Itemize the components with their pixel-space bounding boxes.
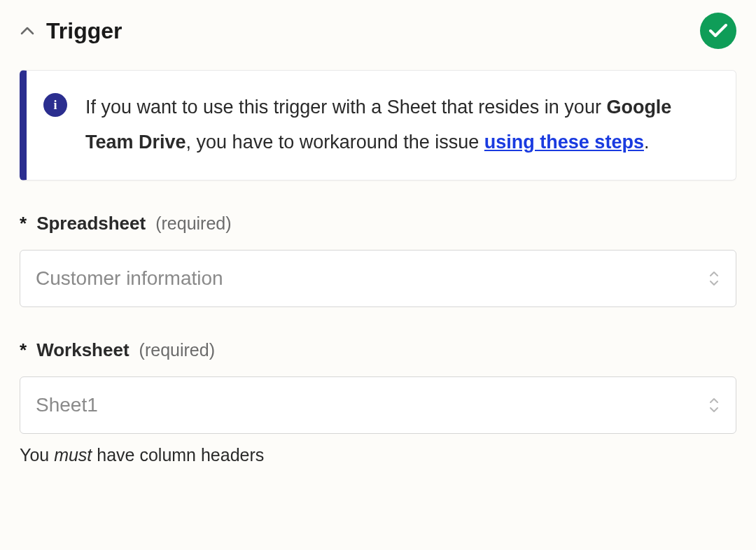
info-text-mid: , you have to workaround the issue — [186, 132, 484, 153]
chevron-up-icon[interactable] — [20, 23, 35, 38]
spreadsheet-field-group: * Spreadsheet (required) Customer inform… — [20, 213, 736, 307]
spreadsheet-value: Customer information — [36, 267, 223, 290]
select-arrows-icon — [708, 269, 720, 288]
helper-pre: You — [20, 445, 54, 465]
worksheet-select[interactable]: Sheet1 — [20, 376, 736, 434]
info-link[interactable]: using these steps — [484, 132, 644, 153]
info-text-prefix: If you want to use this trigger with a S… — [85, 97, 606, 118]
worksheet-label: Worksheet — [36, 339, 129, 361]
required-asterisk: * — [20, 339, 27, 361]
section-title: Trigger — [46, 18, 122, 44]
spreadsheet-required: (required) — [155, 213, 231, 234]
worksheet-helper-text: You must have column headers — [20, 445, 736, 465]
spreadsheet-label: Spreadsheet — [36, 213, 146, 234]
worksheet-value: Sheet1 — [36, 394, 98, 416]
info-text: If you want to use this trigger with a S… — [85, 90, 712, 160]
select-arrows-icon — [708, 396, 720, 414]
section-content: i If you want to use this trigger with a… — [0, 49, 756, 465]
required-asterisk: * — [20, 213, 27, 234]
worksheet-required: (required) — [139, 340, 215, 360]
header-left: Trigger — [20, 18, 122, 44]
worksheet-label-row: * Worksheet (required) — [20, 339, 736, 361]
info-icon: i — [43, 93, 67, 117]
checkmark-icon — [708, 23, 728, 38]
info-text-suffix: . — [644, 132, 650, 153]
helper-italic: must — [54, 445, 92, 465]
helper-post: have column headers — [92, 445, 264, 465]
worksheet-field-group: * Worksheet (required) Sheet1 You must h… — [20, 339, 736, 465]
spreadsheet-label-row: * Spreadsheet (required) — [20, 213, 736, 234]
info-callout: i If you want to use this trigger with a… — [20, 70, 736, 181]
section-header: Trigger — [0, 0, 756, 49]
spreadsheet-select[interactable]: Customer information — [20, 250, 736, 307]
status-success-badge — [700, 13, 736, 49]
